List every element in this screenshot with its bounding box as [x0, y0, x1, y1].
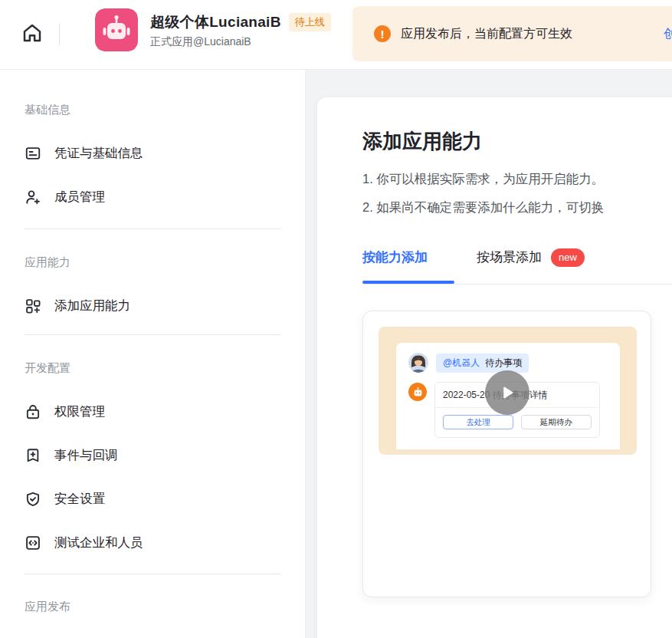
sidebar-section-basic-info: 基础信息 — [25, 103, 280, 117]
sidebar-item-add-capability[interactable]: 添加应用能力 — [25, 291, 280, 321]
tab-by-capability[interactable]: 按能力添加 — [362, 248, 428, 268]
sidebar-section-capabilities: 应用能力 — [25, 255, 280, 269]
instruction-line: 1. 你可以根据实际需求，为应用开启能力。 — [362, 165, 672, 193]
main-area: 添加应用能力 1. 你可以根据实际需求，为应用开启能力。 2. 如果尚不确定需要… — [306, 69, 672, 638]
alert-icon: ! — [374, 25, 391, 42]
mention-bot-name: @机器人 — [443, 357, 480, 370]
sidebar-item-label: 安全设置 — [54, 491, 105, 508]
code-icon — [25, 534, 41, 551]
tab-label: 按能力添加 — [362, 248, 428, 268]
bot-avatar — [408, 383, 427, 401]
top-bar: 超级个体LucianaiB 待上线 正式应用@LucianaiB ! 应用发布后… — [0, 0, 672, 70]
sidebar: 基础信息 凭证与基础信息 成员管理 应用能力 — [0, 69, 306, 638]
sidebar-item-label: 事件与回调 — [54, 447, 118, 464]
mention-pill: @机器人 待办事项 — [436, 354, 529, 373]
sidebar-item-test-company[interactable]: 测试企业和人员 — [25, 528, 280, 558]
page-title: 添加应用能力 — [362, 127, 672, 156]
play-button[interactable] — [485, 370, 529, 415]
sidebar-divider — [25, 574, 280, 574]
sidebar-divider — [25, 334, 280, 335]
home-button[interactable] — [20, 22, 44, 47]
lock-icon — [25, 403, 41, 420]
sidebar-item-label: 成员管理 — [54, 189, 105, 206]
play-icon — [498, 383, 516, 402]
publish-notice-banner: ! 应用发布后，当前配置方可生效 创建应用版本 — [352, 6, 672, 61]
instruction-line: 2. 如果尚不确定需要添加什么能力，可切换 — [362, 193, 672, 222]
sidebar-section-publish: 应用发布 — [25, 600, 280, 613]
sidebar-item-events[interactable]: 事件与回调 — [25, 440, 280, 471]
sidebar-item-label: 权限管理 — [54, 403, 105, 420]
tab-by-scenario[interactable]: 按场景添加 new — [477, 248, 585, 268]
capability-card-bot: @机器人 待办事项 — [362, 311, 651, 597]
sidebar-item-security[interactable]: 安全设置 — [25, 484, 280, 515]
todo-postpone-button[interactable]: 延期待办 — [521, 415, 592, 429]
todo-handle-button[interactable]: 去处理 — [443, 415, 513, 429]
tab-label: 按场景添加 — [477, 248, 542, 268]
member-add-icon — [25, 189, 41, 206]
new-badge: new — [551, 248, 585, 267]
sidebar-item-label: 添加应用能力 — [54, 298, 130, 314]
sidebar-section-dev-config: 开发配置 — [25, 361, 280, 375]
event-callback-icon — [25, 447, 41, 464]
sidebar-item-label: 测试企业和人员 — [54, 534, 143, 551]
sidebar-divider — [25, 229, 280, 229]
status-badge: 待上线 — [289, 13, 331, 31]
apps-add-icon — [25, 298, 41, 314]
mention-text: 待办事项 — [485, 357, 522, 370]
banner-text: 应用发布后，当前配置方可生效 — [401, 26, 572, 42]
active-tab-indicator — [362, 281, 454, 284]
sidebar-item-members[interactable]: 成员管理 — [25, 182, 280, 212]
credential-card-icon — [25, 145, 41, 162]
app-title: 超级个体LucianaiB — [150, 12, 281, 32]
app-subtitle: 正式应用@LucianaiB — [150, 35, 251, 49]
shield-check-icon — [25, 491, 41, 508]
sidebar-item-label: 凭证与基础信息 — [54, 145, 143, 162]
tabs: 按能力添加 按场景添加 new — [362, 248, 672, 284]
header-divider — [59, 24, 60, 45]
sidebar-item-permissions[interactable]: 权限管理 — [25, 396, 280, 427]
content-card: 添加应用能力 1. 你可以根据实际需求，为应用开启能力。 2. 如果尚不确定需要… — [317, 97, 672, 638]
home-icon — [21, 21, 44, 48]
user-avatar — [408, 353, 428, 373]
app-avatar — [95, 8, 138, 51]
instructions: 1. 你可以根据实际需求，为应用开启能力。 2. 如果尚不确定需要添加什么能力，… — [362, 165, 672, 222]
bot-preview-video[interactable]: @机器人 待办事项 — [379, 327, 637, 455]
sidebar-item-credentials[interactable]: 凭证与基础信息 — [25, 138, 280, 169]
create-version-link[interactable]: 创建应用版本 — [664, 26, 672, 42]
